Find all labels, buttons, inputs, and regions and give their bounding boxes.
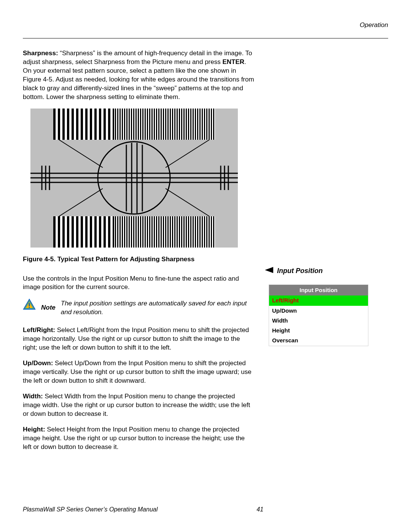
input-position-menu: Input Position Left/Right Up/Down Width …	[269, 284, 368, 346]
side-column: Input Position Input Position Left/Right…	[265, 49, 388, 459]
note-label: Note	[41, 304, 56, 312]
svg-rect-8	[114, 109, 215, 140]
svg-rect-31	[29, 303, 30, 306]
triangle-left-icon	[265, 266, 273, 275]
menu-row-selected[interactable]: Left/Right	[269, 296, 368, 305]
note-icon	[23, 299, 36, 313]
menu-row[interactable]: Overscan	[269, 335, 368, 345]
menu-row[interactable]: Width	[269, 316, 368, 326]
page-footer: PlasmaWall SP Series Owner’s Operating M…	[23, 505, 388, 514]
menu-title: Input Position	[269, 285, 368, 296]
page-number: 41	[256, 505, 263, 514]
content-columns: Sharpness: “Sharpness” is the amount of …	[23, 49, 388, 459]
svg-rect-10	[114, 216, 215, 248]
svg-point-32	[29, 307, 30, 308]
left-right-text: Select Left/Right from the Input Positio…	[23, 326, 249, 351]
note-text: The input position settings are automati…	[61, 299, 254, 317]
input-position-intro: Use the controls in the Input Position M…	[23, 275, 254, 292]
horizontal-rule	[23, 38, 388, 38]
height-paragraph: Height: Select Height from the Input Pos…	[23, 425, 254, 452]
left-right-paragraph: Left/Right: Select Left/Right from the I…	[23, 326, 254, 352]
height-label: Height:	[23, 426, 45, 433]
up-down-text: Select Up/Down from the Input Position m…	[23, 359, 252, 384]
svg-marker-33	[265, 267, 273, 273]
width-text: Select Width from the Input Position men…	[23, 393, 250, 417]
figure-4-5	[30, 109, 238, 248]
note-block: Note The input position settings are aut…	[23, 299, 254, 317]
side-heading: Input Position	[265, 266, 388, 275]
height-text: Select Height from the Input Position me…	[23, 426, 245, 451]
left-right-label: Left/Right:	[23, 326, 55, 334]
side-heading-text: Input Position	[277, 266, 323, 275]
test-pattern-icon	[30, 109, 238, 248]
menu-row[interactable]: Height	[269, 326, 368, 335]
manual-title: PlasmaWall SP Series Owner’s Operating M…	[23, 505, 158, 514]
svg-rect-9	[53, 216, 114, 248]
up-down-label: Up/Down:	[23, 359, 53, 367]
up-down-paragraph: Up/Down: Select Up/Down from the Input P…	[23, 359, 254, 385]
width-label: Width:	[23, 393, 43, 400]
sharpness-paragraph: Sharpness: “Sharpness” is the amount of …	[23, 49, 254, 102]
width-paragraph: Width: Select Width from the Input Posit…	[23, 392, 254, 419]
manual-page: Operation Sharpness: “Sharpness” is the …	[0, 0, 411, 532]
sharpness-label: Sharpness:	[23, 50, 58, 57]
svg-rect-7	[53, 109, 114, 140]
figure-caption: Figure 4-5. Typical Test Pattern for Adj…	[23, 255, 254, 264]
main-column: Sharpness: “Sharpness” is the amount of …	[23, 49, 254, 459]
menu-row[interactable]: Up/Down	[269, 306, 368, 316]
section-heading: Operation	[23, 21, 388, 30]
enter-label: ENTER	[222, 58, 244, 66]
